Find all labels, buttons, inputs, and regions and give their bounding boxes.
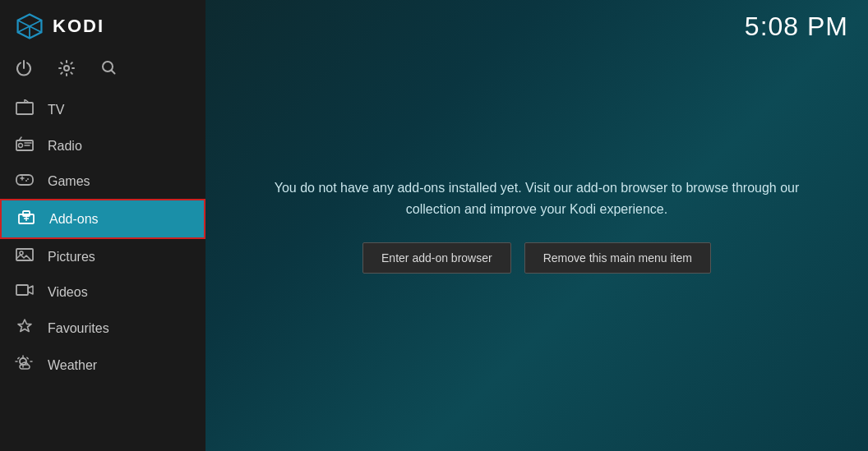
svg-rect-28 bbox=[16, 285, 28, 295]
svg-point-29 bbox=[20, 358, 26, 365]
sidebar-item-favourites[interactable]: Favourites bbox=[0, 310, 205, 347]
svg-line-2 bbox=[30, 21, 41, 26]
svg-line-5 bbox=[30, 26, 41, 32]
enter-addon-browser-button[interactable]: Enter add-on browser bbox=[362, 242, 511, 274]
sidebar-item-pictures-label: Pictures bbox=[48, 250, 95, 265]
main-message: You do not have any add-ons installed ye… bbox=[270, 177, 804, 219]
svg-line-4 bbox=[18, 26, 30, 32]
weather-icon bbox=[15, 355, 35, 375]
main-content: 5:08 PM You do not have any add-ons inst… bbox=[205, 0, 868, 451]
sidebar-item-favourites-label: Favourites bbox=[48, 321, 109, 336]
games-icon bbox=[15, 172, 35, 191]
favourites-icon bbox=[15, 318, 35, 338]
sidebar-header: KODI bbox=[0, 0, 205, 53]
svg-rect-26 bbox=[16, 249, 33, 260]
sidebar: KODI bbox=[0, 0, 205, 451]
sidebar-item-addons-label: Add-ons bbox=[49, 212, 99, 227]
sidebar-top-icons bbox=[0, 53, 205, 91]
sidebar-item-tv[interactable]: TV bbox=[0, 91, 205, 128]
search-icon[interactable] bbox=[100, 59, 118, 81]
sidebar-item-pictures[interactable]: Pictures bbox=[0, 239, 205, 274]
svg-point-21 bbox=[25, 180, 27, 182]
svg-point-20 bbox=[27, 178, 29, 180]
settings-icon[interactable] bbox=[58, 59, 76, 81]
svg-rect-23 bbox=[23, 211, 30, 216]
sidebar-item-tv-label: TV bbox=[48, 103, 64, 117]
app-title: KODI bbox=[53, 16, 104, 37]
main-action-buttons: Enter add-on browser Remove this main me… bbox=[362, 242, 711, 274]
sidebar-nav: TV Radio bbox=[0, 91, 205, 451]
svg-point-6 bbox=[64, 66, 69, 71]
svg-rect-8 bbox=[16, 103, 33, 114]
sidebar-item-weather-label: Weather bbox=[48, 358, 97, 373]
sidebar-item-weather[interactable]: Weather bbox=[0, 347, 205, 384]
radio-icon bbox=[15, 136, 35, 155]
sidebar-item-radio-label: Radio bbox=[48, 139, 82, 154]
svg-line-1 bbox=[18, 21, 30, 26]
kodi-logo-icon bbox=[15, 12, 44, 41]
sidebar-item-radio[interactable]: Radio bbox=[0, 128, 205, 163]
svg-rect-17 bbox=[16, 175, 33, 185]
remove-menu-item-button[interactable]: Remove this main menu item bbox=[524, 242, 711, 274]
sidebar-item-games-label: Games bbox=[48, 174, 90, 189]
sidebar-item-addons[interactable]: Add-ons bbox=[0, 199, 205, 239]
svg-point-13 bbox=[19, 144, 23, 148]
sidebar-item-games[interactable]: Games bbox=[0, 163, 205, 199]
pictures-icon bbox=[15, 247, 35, 266]
videos-icon bbox=[15, 283, 35, 301]
time-display: 5:08 PM bbox=[745, 12, 848, 42]
svg-rect-30 bbox=[20, 365, 30, 369]
tv-icon bbox=[15, 99, 35, 120]
power-icon[interactable] bbox=[15, 59, 33, 81]
sidebar-item-videos[interactable]: Videos bbox=[0, 274, 205, 310]
addons-icon bbox=[16, 209, 36, 229]
sidebar-item-videos-label: Videos bbox=[48, 285, 88, 300]
